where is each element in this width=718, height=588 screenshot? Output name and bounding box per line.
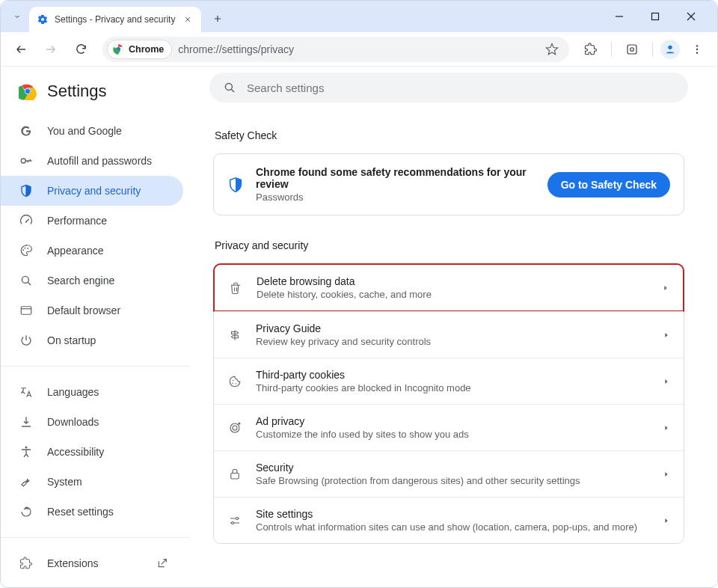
sidebar-item-about[interactable]: About Chrome [1, 578, 183, 587]
chrome-icon [112, 43, 124, 55]
signpost-icon [227, 328, 242, 343]
safety-check-heading: Safety Check [215, 129, 684, 141]
svg-point-8 [696, 52, 698, 53]
svg-point-14 [22, 249, 24, 251]
bookmark-star-icon[interactable] [545, 43, 559, 56]
minimize-button[interactable] [608, 5, 630, 28]
svg-point-16 [27, 248, 28, 249]
row-sub: Customize the info used by sites to show… [256, 429, 649, 440]
row-sub: Delete history, cookies, cache, and more [257, 289, 648, 300]
svg-point-29 [236, 517, 239, 519]
trash-icon [228, 281, 243, 295]
sidebar-item-extensions[interactable]: Extensions [1, 548, 183, 578]
extension-icon [19, 556, 34, 571]
svg-point-23 [233, 379, 234, 381]
svg-point-27 [233, 426, 237, 430]
sidebar-item-accessibility[interactable]: Accessibility [1, 437, 183, 467]
sidebar-item-languages[interactable]: Languages [1, 377, 183, 407]
sidebar-item-search-engine[interactable]: Search engine [1, 266, 183, 295]
settings-search[interactable] [209, 73, 688, 102]
reload-button[interactable] [68, 37, 93, 62]
sidebar-item-label: Autofill and passwords [47, 155, 152, 167]
svg-point-19 [25, 447, 28, 449]
lens-button[interactable] [619, 37, 645, 62]
tabs-dropdown-button[interactable] [5, 5, 29, 28]
translate-icon [19, 385, 34, 399]
svg-point-22 [225, 83, 232, 90]
sidebar-item-autofill[interactable]: Autofill and passwords [1, 146, 183, 176]
svg-rect-3 [628, 45, 636, 54]
sidebar-item-label: Appearance [47, 245, 104, 257]
row-title: Site settings [256, 508, 649, 520]
maximize-button[interactable] [644, 5, 666, 28]
row-ad-privacy[interactable]: Ad privacy Customize the info used by si… [214, 404, 684, 450]
sidebar-item-label: Extensions [47, 557, 98, 569]
menu-button[interactable] [684, 37, 710, 62]
sidebar-item-privacy[interactable]: Privacy and security [1, 176, 183, 206]
row-title: Third-party cookies [256, 369, 649, 381]
svg-rect-28 [231, 473, 239, 479]
row-delete-browsing-data[interactable]: Delete browsing data Delete history, coo… [213, 263, 684, 312]
svg-point-13 [25, 221, 27, 222]
svg-rect-18 [21, 307, 31, 315]
separator [1, 366, 189, 367]
shield-icon [19, 183, 34, 198]
gear-icon [37, 13, 49, 25]
sidebar-item-label: Reset settings [47, 506, 114, 518]
omnibox-chip-label: Chrome [129, 44, 164, 55]
settings-search-input[interactable] [247, 82, 675, 94]
sidebar-item-label: Privacy and security [47, 185, 141, 197]
external-link-icon [156, 557, 168, 569]
window-close-button[interactable] [680, 5, 702, 28]
sidebar-item-performance[interactable]: Performance [1, 206, 183, 236]
row-title: Security [256, 462, 649, 474]
privacy-list-card: Delete browsing data Delete history, coo… [213, 263, 684, 544]
browser-tab[interactable]: Settings - Privacy and security [29, 7, 201, 32]
svg-point-4 [630, 47, 634, 51]
back-button[interactable] [8, 37, 34, 62]
sidebar-item-label: Downloads [47, 416, 99, 428]
row-title: Delete browsing data [257, 275, 648, 287]
profile-avatar[interactable] [660, 40, 680, 59]
sidebar-item-label: Search engine [47, 275, 114, 287]
titlebar: Settings - Privacy and security [1, 1, 717, 32]
separator [652, 42, 653, 57]
sidebar-item-appearance[interactable]: Appearance [1, 236, 183, 266]
chrome-logo-icon [19, 82, 37, 100]
sidebar-item-reset[interactable]: Reset settings [1, 497, 183, 527]
safety-sub: Passwords [256, 192, 536, 203]
svg-point-12 [21, 159, 25, 163]
sidebar-item-downloads[interactable]: Downloads [1, 407, 183, 437]
sidebar-item-system[interactable]: System [1, 467, 183, 497]
omnibox-url: chrome://settings/privacy [178, 43, 539, 55]
omnibox[interactable]: Chrome chrome://settings/privacy [102, 37, 569, 62]
new-tab-button[interactable] [207, 8, 228, 29]
svg-point-24 [232, 382, 233, 384]
row-third-party-cookies[interactable]: Third-party cookies Third-party cookies … [214, 358, 684, 404]
accessibility-icon [19, 444, 34, 459]
extensions-button[interactable] [578, 37, 604, 62]
go-to-safety-check-button[interactable]: Go to Safety Check [547, 172, 670, 197]
sidebar-item-default-browser[interactable]: Default browser [1, 295, 183, 325]
close-tab-icon[interactable] [182, 13, 194, 25]
row-site-settings[interactable]: Site settings Controls what information … [214, 497, 684, 543]
svg-point-7 [696, 48, 698, 49]
search-icon [223, 81, 236, 94]
forward-button[interactable] [38, 37, 64, 62]
separator [1, 537, 189, 538]
row-title: Ad privacy [256, 415, 649, 427]
sliders-icon [227, 513, 242, 528]
privacy-heading: Privacy and security [215, 239, 684, 251]
sidebar-item-you-and-google[interactable]: You and Google [1, 116, 183, 146]
row-privacy-guide[interactable]: Privacy Guide Review key privacy and sec… [214, 311, 684, 358]
sidebar-item-label: Accessibility [47, 446, 104, 458]
svg-point-5 [668, 45, 672, 49]
svg-point-11 [25, 89, 31, 94]
power-icon [19, 333, 34, 348]
sidebar-item-label: You and Google [47, 125, 122, 137]
omnibox-chip[interactable]: Chrome [107, 40, 172, 59]
svg-point-25 [236, 383, 237, 385]
sidebar-item-on-startup[interactable]: On startup [1, 325, 183, 355]
row-security[interactable]: Security Safe Browsing (protection from … [214, 450, 684, 497]
sidebar-item-label: On startup [47, 334, 96, 346]
